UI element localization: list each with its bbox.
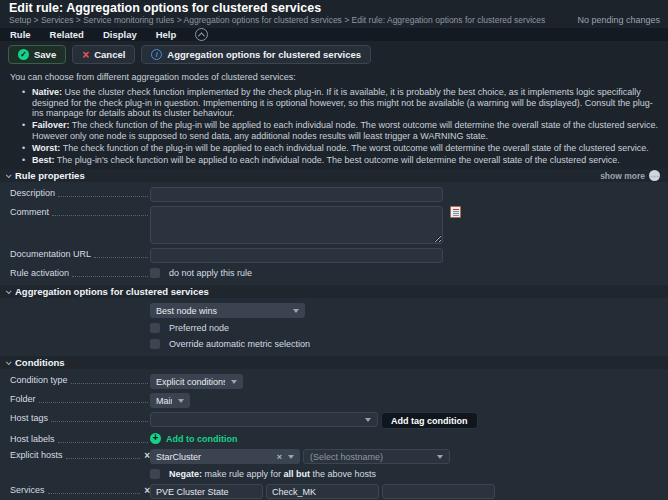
ruleset-help-text: You can choose from different aggregatio… [0, 68, 668, 169]
dotted-leader [72, 276, 148, 277]
comment-textarea[interactable] [150, 206, 443, 244]
clear-host-icon[interactable]: × [277, 452, 282, 462]
condition-type-value: Explicit conditions [156, 377, 225, 387]
services-label: Services [10, 484, 45, 496]
add-tag-condition-button[interactable]: Add tag condition [381, 412, 478, 429]
preferred-node-label: Preferred node [169, 322, 229, 334]
documentation-url-input[interactable] [150, 248, 443, 263]
insert-date-user-icon[interactable] [450, 206, 461, 218]
remove-services-icon[interactable]: × [142, 486, 150, 496]
explicit-host-select[interactable]: StarCluster × [150, 449, 300, 464]
menu-rule[interactable]: Rule [10, 29, 31, 40]
service-condition-input-1[interactable] [150, 484, 263, 499]
aggregation-options-title: Aggregation options for clustered servic… [15, 286, 209, 297]
service-condition-input-2[interactable] [266, 484, 379, 499]
condition-type-select[interactable]: Explicit conditions [150, 374, 243, 389]
section-rule-properties: Rule properties show more ⋯ Description … [0, 169, 668, 285]
show-more-label: show more [600, 171, 645, 181]
chevron-down-icon [437, 455, 443, 459]
description-row: Description [0, 185, 668, 204]
rule-properties-body: Description Comment Documentation URL Ru… [0, 182, 668, 285]
conditions-header[interactable]: Conditions [0, 356, 668, 369]
host-tags-select[interactable] [150, 412, 378, 427]
conditions-body: Condition type Explicit conditions Folde… [0, 369, 668, 500]
page-header: Edit rule: Aggregation options for clust… [0, 0, 668, 28]
chevron-down-icon [6, 359, 12, 365]
remove-explicit-hosts-icon[interactable]: × [142, 451, 150, 461]
host-labels-row: Host labels + Add to condition [0, 431, 668, 447]
chevron-down-icon [293, 309, 299, 313]
aggregation-mode-row: Best node wins [0, 301, 668, 320]
dotted-leader [48, 493, 141, 494]
folder-select[interactable]: Main [150, 393, 190, 408]
ellipsis-icon: ⋯ [649, 170, 660, 181]
override-metric-row: Override automatic metric selection [0, 336, 668, 352]
aggregation-mode-select[interactable]: Best node wins [150, 303, 305, 318]
documentation-url-label: Documentation URL [10, 248, 91, 260]
select-hostname-placeholder: (Select hostname) [310, 452, 431, 462]
pending-changes-status[interactable]: No pending changes [577, 15, 660, 26]
dotted-leader [66, 458, 141, 459]
host-tags-label: Host tags [10, 412, 48, 424]
override-metric-checkbox[interactable] [150, 339, 160, 349]
page-title: Edit rule: Aggregation options for clust… [9, 1, 545, 15]
negate-prefix: Negate: [169, 469, 202, 479]
negate-hosts-row: Negate: make rule apply for all but the … [0, 466, 668, 482]
folder-row: Folder Main [0, 391, 668, 410]
collapse-menubar-icon[interactable] [195, 28, 208, 41]
rule-activation-label: Rule activation [10, 267, 69, 279]
menu-display[interactable]: Display [103, 29, 137, 40]
description-label: Description [10, 187, 55, 199]
save-check-icon: ✓ [18, 49, 29, 60]
negate-hosts-checkbox[interactable] [150, 469, 160, 479]
do-not-apply-checkbox[interactable] [150, 268, 160, 278]
action-toolbar: ✓ Save × Cancel i Aggregation options fo… [0, 41, 668, 68]
help-lead: You can choose from different aggregatio… [10, 72, 658, 83]
host-tags-row: Host tags Add tag condition [0, 410, 668, 431]
host-labels-add-condition[interactable]: + Add to condition [150, 433, 237, 444]
cancel-button[interactable]: × Cancel [72, 45, 135, 64]
dotted-leader [94, 257, 148, 258]
chevron-down-icon [365, 418, 371, 422]
menu-help[interactable]: Help [156, 29, 177, 40]
service-condition-input-3[interactable] [382, 484, 495, 499]
show-more-toggle[interactable]: show more ⋯ [600, 170, 660, 181]
conditions-title: Conditions [15, 357, 65, 368]
condition-type-row: Condition type Explicit conditions [0, 372, 668, 391]
help-bullet-best: Best: The plug-in's check function will … [32, 155, 658, 166]
rule-activation-row: Rule activation do not apply this rule [0, 265, 668, 281]
explicit-hosts-row: Explicit hosts× StarCluster × (Select ho… [0, 447, 668, 466]
title-block: Edit rule: Aggregation options for clust… [9, 1, 545, 26]
aggregation-options-body: Best node wins Preferred node Override a… [0, 298, 668, 356]
chevron-down-icon [6, 288, 12, 294]
menu-related[interactable]: Related [50, 29, 84, 40]
rule-properties-title: Rule properties [15, 170, 85, 181]
explicit-host-value: StarCluster [156, 452, 271, 462]
info-icon: i [151, 49, 162, 60]
help-bullet-native: Native: Use the cluster check function i… [32, 87, 658, 119]
chevron-up-icon [198, 32, 205, 39]
preferred-node-checkbox[interactable] [150, 323, 160, 333]
cancel-x-icon: × [82, 49, 89, 61]
edit-rule-page: Edit rule: Aggregation options for clust… [0, 0, 668, 500]
comment-label: Comment [10, 206, 49, 218]
select-hostname-dropdown[interactable]: (Select hostname) [303, 449, 450, 464]
section-conditions: Conditions Condition type Explicit condi… [0, 356, 668, 500]
dotted-leader [58, 442, 148, 443]
ruleset-context-button[interactable]: i Aggregation options for clustered serv… [141, 45, 371, 64]
rule-properties-header[interactable]: Rule properties show more ⋯ [0, 169, 668, 182]
aggregation-mode-value: Best node wins [156, 306, 287, 316]
ruleset-context-label: Aggregation options for clustered servic… [167, 49, 361, 60]
chevron-down-icon [288, 455, 294, 459]
plus-icon: + [150, 433, 161, 444]
chevron-down-icon [231, 380, 237, 384]
help-bullet-failover: Failover: The check function of the plug… [32, 120, 658, 142]
save-button[interactable]: ✓ Save [8, 45, 66, 64]
main-menubar: Rule Related Display Help [0, 28, 668, 41]
do-not-apply-label: do not apply this rule [169, 267, 252, 279]
save-label: Save [34, 49, 56, 60]
help-bullet-list: Native: Use the cluster check function i… [10, 87, 658, 166]
description-input[interactable] [150, 187, 443, 202]
breadcrumb[interactable]: Setup > Services > Service monitoring ru… [9, 15, 545, 26]
aggregation-options-header[interactable]: Aggregation options for clustered servic… [0, 285, 668, 298]
